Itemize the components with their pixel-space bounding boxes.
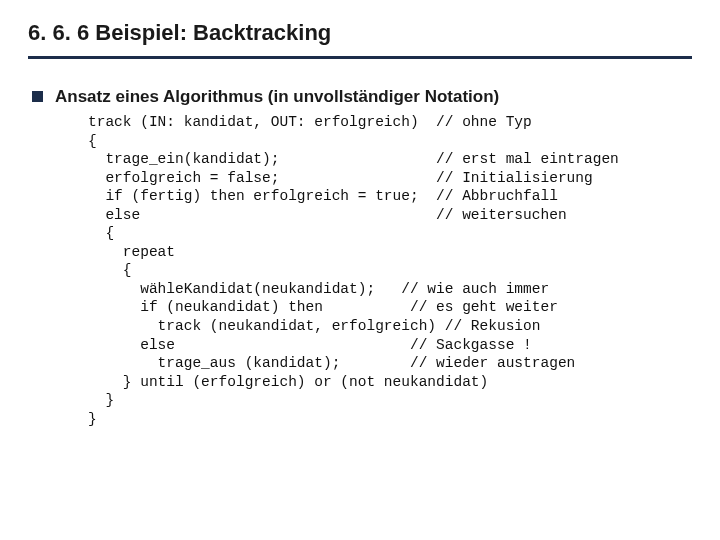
bullet-text: Ansatz eines Algorithmus (in unvollständ…	[55, 87, 499, 107]
slide-title: 6. 6. 6 Beispiel: Backtracking	[28, 20, 692, 46]
slide: 6. 6. 6 Beispiel: Backtracking Ansatz ei…	[0, 0, 720, 540]
square-bullet-icon	[32, 91, 43, 102]
bullet-item: Ansatz eines Algorithmus (in unvollständ…	[32, 87, 692, 107]
code-block: track (IN: kandidat, OUT: erfolgreich) /…	[88, 113, 692, 428]
title-underline	[28, 56, 692, 59]
